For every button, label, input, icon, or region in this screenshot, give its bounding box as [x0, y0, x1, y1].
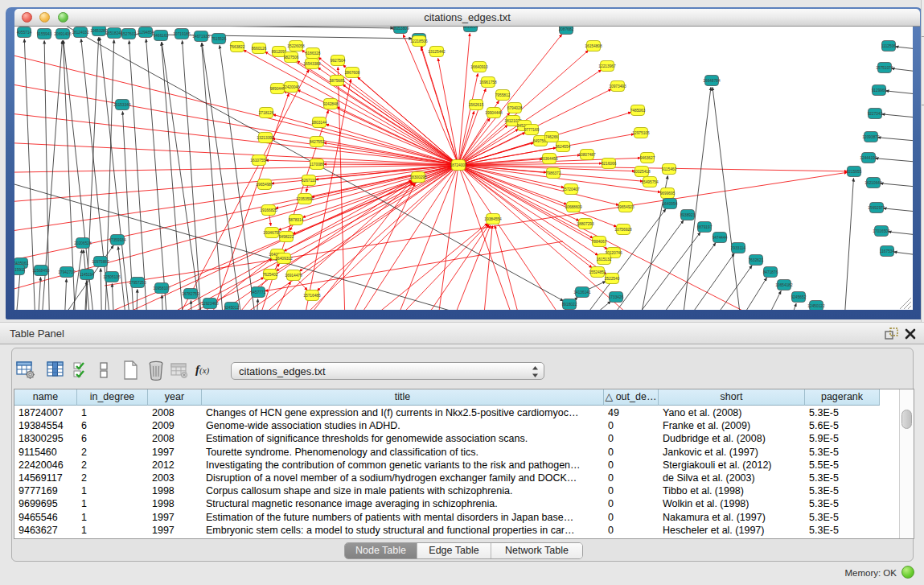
- graph-node[interactable]: 19904448: [485, 108, 503, 118]
- graph-node[interactable]: 17359934: [109, 235, 126, 245]
- graph-node[interactable]: 1733426: [609, 292, 624, 303]
- graph-node[interactable]: 5875685: [330, 76, 345, 86]
- table-select-dropdown[interactable]: citations_edges.txt: [231, 362, 544, 380]
- graph-node[interactable]: 13125442: [428, 47, 446, 57]
- graph-node[interactable]: 17957253: [129, 278, 146, 288]
- table-row[interactable]: 1938455462009Genome-wide association stu…: [14, 419, 899, 432]
- graph-node[interactable]: 14671938: [192, 31, 210, 42]
- graph-node[interactable]: 16107554: [250, 155, 268, 166]
- graph-node[interactable]: 1167534: [880, 246, 895, 257]
- graph-node[interactable]: 20691406: [54, 29, 72, 39]
- column-header-outde[interactable]: △ out_de…: [604, 389, 659, 406]
- graph-node[interactable]: 19384554: [484, 214, 502, 225]
- graph-node[interactable]: 17942737: [58, 267, 76, 278]
- graph-node[interactable]: 20153346: [113, 100, 131, 110]
- graph-node[interactable]: 4055714: [17, 27, 32, 38]
- graph-node[interactable]: 18124032: [72, 27, 89, 38]
- graph-node[interactable]: 12923468: [201, 299, 219, 309]
- graph-node[interactable]: 8216066: [602, 159, 617, 169]
- graph-node[interactable]: 9463627: [640, 153, 655, 163]
- graph-node[interactable]: 9927504: [331, 56, 346, 66]
- graph-node[interactable]: 10719185: [173, 29, 191, 39]
- graph-node[interactable]: 9777169: [524, 125, 540, 135]
- graph-node[interactable]: 18300295: [409, 172, 427, 183]
- graph-node[interactable]: 10025418: [633, 167, 651, 177]
- graph-node[interactable]: 16640910: [470, 62, 488, 72]
- import-table-disabled-icon[interactable]: [170, 359, 189, 381]
- tab-network-table[interactable]: Network Table: [491, 543, 582, 558]
- graph-node[interactable]: 15226058: [287, 41, 305, 51]
- tab-node-table[interactable]: Node Table: [345, 543, 417, 558]
- graph-node[interactable]: 12444193: [860, 153, 877, 163]
- graph-node[interactable]: 6879197: [697, 222, 713, 233]
- graph-node[interactable]: 11568493: [33, 266, 50, 276]
- graph-node[interactable]: 2803144: [312, 117, 327, 128]
- graph-node[interactable]: 746266: [545, 132, 559, 142]
- graph-node[interactable]: 20206528: [74, 238, 92, 249]
- graph-node[interactable]: 16782759: [182, 289, 199, 299]
- graph-node[interactable]: 9129966: [872, 85, 887, 96]
- column-header-name[interactable]: name: [14, 389, 77, 406]
- graph-node[interactable]: 10958107: [153, 283, 170, 294]
- graph-node[interactable]: 9227343: [868, 109, 883, 119]
- graph-node[interactable]: 12218506: [410, 36, 428, 47]
- graph-node[interactable]: 7663822: [230, 42, 245, 52]
- graph-node[interactable]: 10688609: [565, 202, 582, 212]
- graph-node[interactable]: 10975887: [92, 257, 109, 267]
- graph-node[interactable]: 1527602: [121, 29, 137, 39]
- graph-node[interactable]: 8918022: [562, 299, 577, 310]
- column-chooser-icon[interactable]: [98, 359, 109, 381]
- graph-node[interactable]: 9155943: [37, 29, 52, 39]
- float-panel-icon[interactable]: [885, 328, 898, 340]
- table-row[interactable]: 946554611997Estimation of the future num…: [14, 511, 899, 524]
- graph-node[interactable]: 12213967: [598, 61, 616, 72]
- table-row[interactable]: 1830029562008Estimation of significance …: [14, 432, 899, 445]
- graph-node[interactable]: 9827506: [284, 52, 299, 63]
- graph-node[interactable]: 18807293: [577, 219, 594, 229]
- graph-node[interactable]: 15692971: [868, 203, 885, 213]
- graph-node[interactable]: 12353594: [296, 194, 314, 204]
- graph-node[interactable]: 10807487: [578, 150, 596, 160]
- graph-node[interactable]: 6186328: [306, 48, 321, 59]
- resize-grip-icon[interactable]: [900, 298, 911, 309]
- graph-node[interactable]: 22420046: [282, 82, 300, 93]
- graph-node[interactable]: 2718126: [259, 108, 274, 118]
- vertical-scrollbar[interactable]: [899, 389, 914, 538]
- graph-node[interactable]: 7515526: [211, 34, 227, 44]
- table-row[interactable]: 911546021997Tourette syndrome. Phenomeno…: [14, 446, 899, 459]
- graph-node[interactable]: 8660126: [252, 43, 267, 54]
- graph-node[interactable]: 7955812: [495, 90, 511, 101]
- graph-node[interactable]: 9242848: [323, 99, 339, 109]
- table-row[interactable]: 1872400712008Changes of HCN gene express…: [14, 406, 899, 419]
- table-row[interactable]: 946362711997Embryonic stem cells: a mode…: [14, 524, 899, 537]
- right-splitter[interactable]: [921, 0, 924, 322]
- graph-node[interactable]: 9457771: [251, 287, 266, 298]
- graph-node[interactable]: 15524851: [589, 267, 606, 278]
- graph-node[interactable]: 19654923: [617, 202, 634, 212]
- graph-node[interactable]: 20364456: [540, 154, 558, 164]
- graph-node[interactable]: 9245652: [791, 292, 807, 303]
- graph-node[interactable]: 19166825: [260, 205, 277, 216]
- new-table-icon[interactable]: [122, 359, 140, 381]
- graph-node[interactable]: 2867608: [345, 68, 360, 78]
- graph-node[interactable]: 5878314: [289, 215, 304, 225]
- graph-node[interactable]: 16154808: [585, 41, 602, 51]
- graph-node[interactable]: 16409312: [275, 253, 293, 264]
- close-panel-icon[interactable]: [904, 328, 917, 340]
- graph-node[interactable]: 5498222: [279, 232, 294, 242]
- column-header-title[interactable]: title: [202, 389, 604, 406]
- graph-node[interactable]: 8471876: [763, 267, 778, 278]
- graph-node[interactable]: 1640954: [663, 199, 678, 209]
- select-columns-icon[interactable]: [46, 359, 65, 381]
- graph-node[interactable]: 2522540: [605, 274, 620, 284]
- graph-node[interactable]: 7485063: [630, 105, 646, 116]
- graph-node[interactable]: 12975105: [632, 128, 650, 138]
- column-header-indegree[interactable]: in_degree: [77, 389, 148, 406]
- graph-node[interactable]: 1145194: [80, 270, 95, 280]
- graph-node[interactable]: 9699695: [660, 188, 676, 199]
- network-window-titlebar[interactable]: citations_edges.txt: [14, 9, 920, 27]
- graph-node[interactable]: 7884067: [592, 237, 607, 247]
- graph-node[interactable]: 14136141: [573, 287, 591, 298]
- scrollbar-thumb[interactable]: [901, 410, 912, 429]
- graph-node[interactable]: 8427552: [310, 137, 325, 147]
